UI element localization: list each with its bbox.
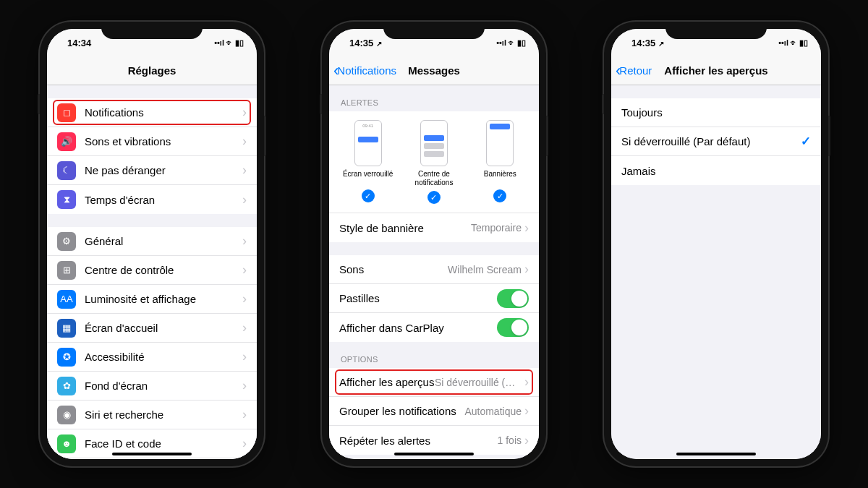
page-title: Messages [408,64,460,77]
row-show-previews[interactable]: Afficher les aperçus Si déverrouillé (Pa… [329,368,539,397]
nav-bar: ‹ Retour Afficher les aperçus [611,56,821,85]
row-label: Sons et vibrations [85,135,242,147]
settings-row[interactable]: ⧗ Temps d'écran › [47,185,257,214]
settings-row[interactable]: ◻ Notifications › [47,98,257,127]
settings-row[interactable]: ⊞ Centre de contrôle › [47,256,257,285]
page-title: Afficher les aperçus [664,64,767,77]
row-icon: ✪ [57,348,76,367]
status-time: 14:35 ↗ [349,38,382,48]
toggle-badges[interactable] [497,289,529,308]
chevron-right-icon: › [524,221,529,236]
chevron-right-icon: › [524,403,529,419]
status-icons: ••ıl ᯤ ▮▯ [496,38,526,48]
row-label: Écran d'accueil [85,322,242,334]
check-icon: ✓ [362,189,375,202]
chevron-right-icon: › [242,407,247,422]
settings-row[interactable]: ⚙ Général › [47,227,257,256]
home-indicator[interactable] [394,453,474,455]
row-icon: AA [57,290,76,309]
settings-row[interactable]: ✿ Fond d'écran › [47,372,257,401]
option-label: Toujours [621,106,811,119]
chevron-right-icon: › [242,349,247,364]
page-title: Réglages [128,64,176,77]
check-icon: ✓ [427,191,441,204]
chevron-right-icon: › [242,105,247,120]
alert-option-banner[interactable]: Bannières ✓ [469,120,531,204]
row-label: Fond d'écran [85,380,242,392]
alert-option-lockscreen[interactable]: 09:41 Écran verrouillé ✓ [337,120,399,204]
settings-content[interactable]: ◻ Notifications ›🔊 Sons et vibrations ›☾… [47,85,257,459]
row-label: Temps d'écran [85,194,242,206]
home-indicator[interactable] [112,453,192,455]
messages-content[interactable]: ALERTES 09:41 Écran verrouillé ✓ Centre … [329,85,539,459]
row-icon: ☻ [57,435,76,453]
settings-row[interactable]: ▦ Écran d'accueil › [47,314,257,343]
option-row[interactable]: Toujours [611,98,821,127]
status-time: 14:35 ↗ [631,38,664,48]
status-icons: ••ıl ᯤ ▮▯ [214,38,244,48]
back-label: Notifications [337,64,396,77]
row-label: Général [85,235,242,247]
row-icon: ☾ [57,161,76,180]
notch [383,22,485,39]
chevron-right-icon: › [524,433,529,448]
chevron-right-icon: › [242,262,247,278]
row-sounds[interactable]: Sons Wilhelm Scream › [329,255,539,284]
settings-row[interactable]: ☾ Ne pas déranger › [47,156,257,185]
previews-content[interactable]: ToujoursSi déverrouillé (Par défaut)✓Jam… [611,85,821,459]
chevron-right-icon: › [242,320,247,335]
option-row[interactable]: Jamais [611,156,821,185]
row-icon: 🔊 [57,132,76,151]
settings-row[interactable]: ◉ Siri et recherche › [47,401,257,429]
toggle-carplay[interactable] [497,318,529,337]
row-group-notifications[interactable]: Grouper les notifications Automatique › [329,397,539,426]
section-header-options: OPTIONS [329,355,539,368]
back-button[interactable]: ‹ Retour [616,63,652,79]
row-label: Notifications [85,106,242,119]
settings-row[interactable]: AA Luminosité et affichage › [47,285,257,314]
chevron-right-icon: › [242,378,247,393]
chevron-right-icon: › [242,163,247,178]
back-button[interactable]: ‹ Notifications [333,63,396,79]
nav-bar: Réglages [47,56,257,85]
row-label: Face ID et code [85,437,242,450]
chevron-right-icon: › [524,262,529,277]
chevron-right-icon: › [242,234,247,249]
home-indicator[interactable] [676,453,756,455]
chevron-right-icon: › [242,291,247,307]
settings-row[interactable]: SOS Appel d'urgence › [47,458,257,459]
status-icons: ••ıl ᯤ ▮▯ [778,38,808,48]
back-label: Retour [619,64,652,77]
alert-option-center[interactable]: Centre de notifications ✓ [403,120,464,204]
option-label: Si déverrouillé (Par défaut) [621,135,801,147]
option-label: Jamais [621,165,811,177]
nav-bar: ‹ Notifications Messages [329,56,539,85]
row-icon: ⊞ [57,261,76,280]
row-carplay[interactable]: Afficher dans CarPlay [329,313,539,342]
row-label: Luminosité et affichage [85,293,242,305]
row-repeat-alerts[interactable]: Répéter les alertes 1 fois › [329,426,539,455]
settings-row[interactable]: ✪ Accessibilité › [47,343,257,372]
row-label: Siri et recherche [85,408,242,421]
alerts-panel: 09:41 Écran verrouillé ✓ Centre de notif… [329,111,539,213]
row-icon: ✿ [57,377,76,395]
phone-frame-3: 14:35 ↗ ••ıl ᯤ ▮▯ ‹ Retour Afficher les … [604,22,828,466]
notch [665,22,767,39]
settings-row[interactable]: 🔊 Sons et vibrations › [47,127,257,156]
chevron-right-icon: › [524,374,529,390]
row-badges[interactable]: Pastilles [329,284,539,313]
chevron-right-icon: › [242,436,247,451]
status-time: 14:34 [67,38,91,48]
check-icon: ✓ [493,189,506,202]
chevron-right-icon: › [242,192,247,207]
row-label: Centre de contrôle [85,264,242,276]
row-icon: ⚙ [57,232,76,251]
phone-frame-1: 14:34 ••ıl ᯤ ▮▯ Réglages ◻ Notifications… [40,22,264,466]
row-icon: ◉ [57,406,76,424]
option-row[interactable]: Si déverrouillé (Par défaut)✓ [611,127,821,156]
section-header-alerts: ALERTES [329,98,539,111]
notch [101,22,203,39]
chevron-right-icon: › [242,134,247,149]
row-icon: ◻ [57,103,76,122]
row-banner-style[interactable]: Style de bannière Temporaire › [329,213,539,242]
